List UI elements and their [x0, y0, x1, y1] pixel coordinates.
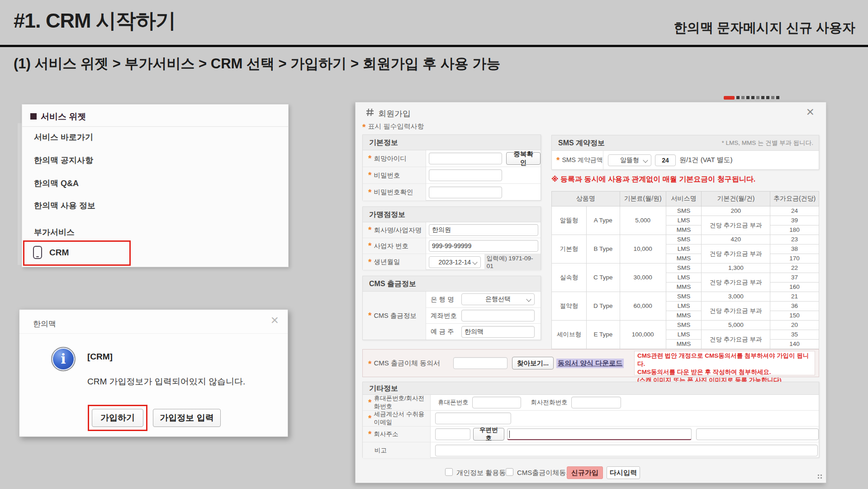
cms-withdrawal-header: CMS 출금정보 — [363, 276, 541, 292]
cms-agreement-box: CMS 출금이체 동의서 찾아보기... 동의서 양식 다운로드 CMS관련 법… — [362, 349, 819, 377]
merchant-info-header: 가맹점정보 — [363, 207, 541, 222]
col-product-name: 상품명 — [552, 192, 620, 206]
pricing-table: 상품명 기본료(월/원) 서비스명 기본건(월/건) 추가요금(건당) 알뜰형A… — [551, 191, 819, 349]
address-detail-input[interactable] — [696, 428, 819, 440]
password-input[interactable] — [429, 169, 502, 181]
sidebar-item-qna[interactable]: 한의맥 Q&A — [34, 178, 79, 189]
pricing-cell: 150 — [770, 311, 819, 321]
pricing-cell: 건당 추가요금 부과 — [702, 273, 770, 292]
step-line: (1) 서비스 위젯 > 부가서비스 > CRM 선택 > 가입하기 > 회원가… — [14, 54, 500, 73]
mobile-input[interactable] — [472, 397, 521, 408]
id-input[interactable] — [429, 153, 502, 164]
col-surcharge: 추가요금(건당) — [770, 192, 819, 206]
sms-contract-header: SMS 계약정보 — [558, 135, 605, 150]
monthly-fee-warning: ※ 등록과 동시에 사용과 관계없이 매월 기본요금이 청구됩니다. — [551, 175, 755, 184]
background-window-sliver — [724, 96, 779, 100]
resize-grip[interactable] — [818, 475, 822, 479]
reset-button[interactable]: 다시입력 — [607, 466, 640, 479]
header-right-label: 한의맥 문자메시지 신규 사용자 — [674, 19, 855, 37]
agreement-notice-line: CMS동의서를 다운 받은 후 작성하여 첨부하세요. — [637, 368, 812, 376]
submit-button[interactable]: 신규가입 — [567, 466, 603, 479]
required-note: 표시 필수입력사항 — [362, 122, 424, 132]
cms-transfer-checkbox-label: CMS출금이체동의 — [517, 469, 573, 477]
account-number-input[interactable] — [461, 310, 535, 321]
address-main-input[interactable] — [507, 428, 692, 440]
service-widget-panel: 서비스 위젯 서비스 바로가기 한의맥 공지사항 한의맥 Q&A 한의맥 사용 … — [22, 104, 289, 267]
page-title: #1. CRM 시작하기 — [14, 7, 175, 34]
pricing-cell: 건당 추가요금 부과 — [702, 216, 770, 235]
pricing-row: 알뜰형A Type5,000SMS20024 — [552, 206, 819, 216]
sidebar-item-usage-info[interactable]: 한의맥 사용 정보 — [34, 200, 95, 211]
pricing-cell: 24 — [770, 206, 819, 216]
signup-window: 회원가입 × 표시 필수입력사항 기본정보 희망아이디 중복확인 비밀번호 비밀… — [355, 102, 826, 483]
sidebar-item-addon-services[interactable]: 부가서비스 — [34, 227, 75, 238]
pricing-cell: 160 — [770, 283, 819, 292]
account-holder-input[interactable] — [461, 326, 535, 338]
pricing-cell: 5,000 — [702, 321, 770, 330]
crm-highlight-box — [23, 240, 131, 266]
widget-scrollbar[interactable] — [18, 123, 22, 265]
header-divider — [0, 45, 868, 47]
price-input[interactable] — [655, 154, 676, 166]
footer-actions: 개인정보 활용동의 CMS출금이체동의 신규가입 다시입력 — [356, 466, 826, 479]
window-close-icon[interactable]: × — [806, 104, 814, 120]
pricing-cell: 실속형 — [552, 264, 587, 292]
pricing-cell: MMS — [666, 283, 702, 292]
basic-info-header: 기본정보 — [363, 135, 541, 150]
business-number-input[interactable] — [429, 240, 538, 252]
pricing-cell: 1,300 — [702, 264, 770, 273]
zip-code-input[interactable] — [435, 428, 470, 440]
pricing-header-row: 상품명 기본료(월/원) 서비스명 기본건(월/건) 추가요금(건당) — [552, 192, 819, 206]
agreement-download-link[interactable]: 동의서 양식 다운로드 — [556, 359, 624, 368]
pricing-cell: 140 — [770, 340, 819, 349]
zip-button[interactable]: 우편번호 — [473, 428, 504, 441]
pricing-cell: SMS — [666, 292, 702, 302]
info-icon-glyph: i — [61, 352, 66, 366]
pricing-cell: SMS — [666, 235, 702, 244]
slide-page: #1. CRM 시작하기 한의맥 문자메시지 신규 사용자 (1) 서비스 위젯… — [0, 0, 868, 489]
dialog-close-icon[interactable]: × — [270, 312, 279, 328]
cms-transfer-checkbox[interactable] — [506, 468, 513, 476]
pricing-cell: 30,000 — [620, 264, 666, 292]
pricing-row: 세이브형E Type100,000SMS5,00020 — [552, 321, 819, 330]
tel-input[interactable] — [571, 397, 621, 408]
enter-info-button[interactable]: 가입정보 입력 — [153, 409, 221, 427]
remark-input[interactable] — [435, 445, 818, 456]
pricing-cell: 36 — [770, 302, 819, 311]
etc-info-box: 기타정보 휴대폰번호/회사전화번호 휴대폰번호 회사전화번호 세금계산서 수취용… — [362, 382, 819, 458]
join-button[interactable]: 가입하기 — [92, 409, 143, 427]
cms-agreement-label: CMS 출금이체 동의서 — [368, 359, 440, 369]
password-confirm-input[interactable] — [429, 187, 502, 198]
agreement-notice: CMS관련 법안 개정으로 CMS동의서를 첨부하셔야 가입이 됩니다. CMS… — [634, 351, 815, 375]
pricing-cell: C Type — [586, 264, 620, 292]
plan-select-value: 알뜰형 — [620, 156, 639, 164]
plan-select[interactable]: 알뜰형 — [608, 154, 651, 166]
chevron-down-icon — [643, 158, 648, 163]
browse-button[interactable]: 찾아보기... — [512, 357, 554, 369]
sidebar-item-notice[interactable]: 한의맥 공지사항 — [34, 155, 93, 166]
pricing-cell: 건당 추가요금 부과 — [702, 302, 770, 321]
window-title: 회원가입 — [378, 108, 411, 119]
birth-date-label: 생년월일 — [363, 254, 426, 270]
password-label: 비밀번호 — [363, 167, 426, 183]
widget-title: 서비스 위젯 — [30, 111, 86, 123]
pricing-cell: 알뜰형 — [552, 206, 587, 235]
agreement-notice-line: CMS관련 법안 개정으로 CMS동의서를 첨부하셔야 가입이 됩니다. — [637, 352, 812, 368]
privacy-checkbox[interactable] — [445, 468, 453, 476]
pricing-cell: 420 — [702, 235, 770, 244]
tax-email-label: 세금계산서 수취용 이메일 — [363, 411, 431, 426]
pricing-cell: LMS — [666, 216, 702, 225]
birth-date-value: 2023-12-14 — [439, 259, 471, 266]
dialog-message: CRM 가입정보가 입력되어있지 않습니다. — [87, 376, 245, 388]
pricing-cell: 170 — [770, 254, 819, 264]
text-cursor — [509, 431, 510, 438]
tax-email-input[interactable] — [435, 412, 511, 424]
agreement-file-input[interactable] — [453, 357, 508, 369]
pricing-cell: 건당 추가요금 부과 — [702, 244, 770, 264]
bank-select[interactable]: 은행선택 — [461, 293, 535, 305]
company-name-input[interactable] — [429, 224, 538, 236]
dup-check-button[interactable]: 중복확인 — [506, 152, 541, 165]
sidebar-item-service-shortcut[interactable]: 서비스 바로가기 — [34, 132, 93, 143]
company-name-label: 회사명/사업자명 — [363, 222, 426, 238]
birth-date-select[interactable]: 2023-12-14 — [429, 256, 481, 268]
